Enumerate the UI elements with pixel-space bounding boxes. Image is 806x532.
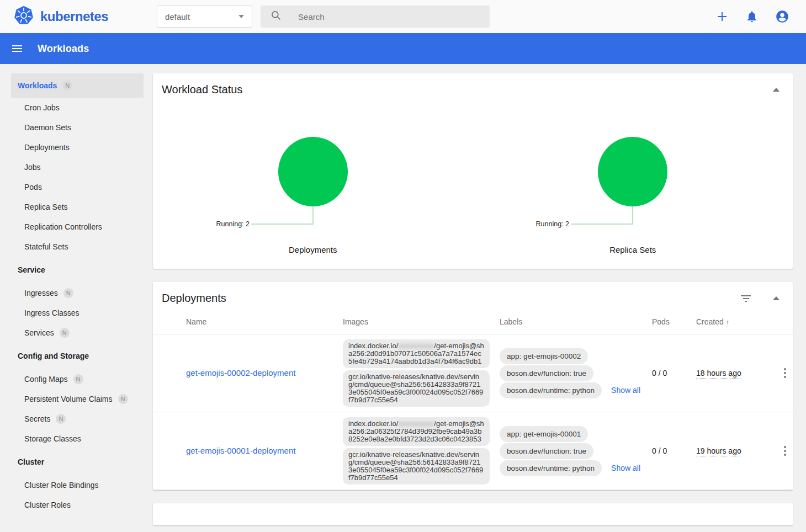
collapse-card-icon[interactable]	[773, 296, 780, 300]
row-menu-kebab-icon[interactable]	[781, 444, 789, 458]
redacted-text: xxxxxxxxxx	[398, 419, 434, 428]
column-header-labels[interactable]: Labels	[500, 317, 652, 326]
sidebar-item-jobs[interactable]: Jobs	[11, 157, 144, 177]
sidebar-item-label: Stateful Sets	[24, 242, 68, 251]
header-actions	[715, 9, 789, 24]
sidebar-item-daemon-sets[interactable]: Daemon Sets	[11, 118, 144, 137]
deployment-name-link[interactable]: get-emojis-00002-deployment	[186, 368, 295, 377]
image-chip: gcr.io/knative-releases/knative.dev/serv…	[343, 370, 490, 407]
sidebar-item-ingress-classes[interactable]: Ingress Classes	[11, 303, 144, 323]
sidebar-section-label: Cluster	[18, 457, 44, 466]
label-chip: app: get-emojis-00001	[500, 426, 588, 442]
filter-icon[interactable]	[741, 295, 751, 302]
image-chip: gcr.io/knative-releases/knative.dev/serv…	[343, 448, 490, 485]
table-row: get-emojis-00001-deployment index.docker…	[153, 412, 793, 490]
sidebar-item-label: Replica Sets	[24, 203, 68, 211]
sidebar-item-label: Jobs	[24, 163, 41, 172]
sidebar-item-replication-controllers[interactable]: Replication Controllers	[11, 217, 144, 237]
image-chip: index.docker.io/xxxxxxxxxx/get-emojis@sh…	[343, 339, 490, 368]
sidebar-item-storage-classes[interactable]: Storage Classes	[11, 429, 144, 449]
pie-slice-running	[598, 137, 667, 206]
sidebar-item-label: Cluster Role Bindings	[24, 481, 99, 490]
redacted-text: xxxxxxxxxx	[398, 342, 434, 350]
sidebar-item-label: Services	[24, 328, 54, 337]
sidebar-section-label: Service	[18, 265, 45, 274]
pods-cell: 0 / 0	[652, 446, 696, 455]
new-badge: N	[60, 328, 70, 338]
sidebar-item-label: Deployments	[24, 143, 70, 152]
deployments-title: Deployments	[162, 292, 226, 305]
new-badge: N	[73, 374, 83, 384]
label-chip: app: get-emojis-00002	[500, 348, 588, 364]
column-header-pods[interactable]: Pods	[652, 317, 696, 326]
sidebar-item-ingresses[interactable]: Ingresses N	[11, 283, 144, 303]
namespace-selected-value: default	[165, 12, 190, 22]
new-badge: N	[63, 288, 73, 298]
create-plus-icon[interactable]	[715, 10, 729, 23]
new-badge: N	[118, 394, 128, 404]
sidebar-item-label: Cron Jobs	[24, 103, 60, 112]
new-badge: N	[62, 81, 72, 91]
user-avatar-icon[interactable]	[775, 9, 789, 24]
page-title: Workloads	[38, 43, 89, 55]
workload-status-card: Workload Status Running: 2 Deployments	[153, 73, 793, 269]
search-input[interactable]	[297, 12, 480, 22]
notifications-bell-icon[interactable]	[745, 10, 759, 23]
sidebar-item-label: Storage Classes	[24, 434, 81, 443]
sidebar-item-cron-jobs[interactable]: Cron Jobs	[11, 98, 144, 118]
sidebar-item-pods[interactable]: Pods	[11, 177, 144, 197]
sidebar-item-cluster-role-bindings[interactable]: Cluster Role Bindings	[11, 475, 144, 495]
sidebar-nav: Workloads N Cron Jobs Daemon Sets Deploy…	[0, 64, 144, 532]
sidebar-item-label: Workloads	[18, 81, 57, 90]
pie-slice-label: Running: 2	[216, 220, 250, 228]
sidebar-item-label: Secrets	[24, 414, 50, 423]
label-chip: boson.dev/runtime: python	[500, 460, 602, 476]
deployment-name-link[interactable]: get-emojis-00001-deployment	[186, 446, 295, 455]
sidebar-section-label: Config and Storage	[18, 352, 89, 360]
label-chip: boson.dev/function: true	[500, 365, 593, 381]
kubernetes-logo[interactable]: kubernetes	[14, 6, 108, 28]
sidebar-item-label: Cluster Roles	[24, 501, 71, 509]
menu-hamburger-icon[interactable]	[12, 44, 22, 54]
sidebar-item-persistent-volume-claims[interactable]: Persistent Volume Claims N	[11, 389, 144, 409]
column-header-images[interactable]: Images	[343, 317, 500, 326]
sort-ascending-icon: ↑	[726, 318, 730, 326]
column-header-created-label: Created	[696, 317, 724, 326]
sidebar-section-config-and-storage: Config and Storage	[11, 343, 144, 369]
pie-callout-line	[571, 206, 633, 224]
sidebar-item-stateful-sets[interactable]: Stateful Sets	[11, 237, 144, 257]
chevron-down-icon	[238, 15, 244, 18]
sidebar-item-deployments[interactable]: Deployments	[11, 137, 144, 157]
label-chip: boson.dev/function: true	[500, 443, 593, 459]
sidebar-section-cluster: Cluster	[11, 449, 144, 475]
pie-slice-label: Running: 2	[536, 220, 570, 228]
column-header-created[interactable]: Created↑	[696, 317, 773, 326]
pods-cell: 0 / 0	[652, 369, 696, 377]
sidebar-item-services[interactable]: Services N	[11, 323, 144, 343]
replica-sets-pie-chart: Running: 2 Replica Sets	[473, 104, 793, 254]
sidebar-item-label: Pods	[24, 183, 42, 191]
search-icon	[271, 10, 297, 23]
deployments-pie-chart: Running: 2 Deployments	[153, 104, 473, 254]
column-header-name[interactable]: Name	[186, 317, 343, 326]
next-card-partial	[153, 503, 793, 525]
label-chip: boson.dev/runtime: python	[500, 382, 602, 398]
images-cell: index.docker.io/xxxxxxxxxx/get-emojis@sh…	[343, 337, 500, 409]
show-all-link[interactable]: Show all	[611, 464, 640, 472]
search-bar[interactable]	[261, 6, 490, 28]
sidebar-item-replica-sets[interactable]: Replica Sets	[11, 197, 144, 217]
sidebar-item-cluster-roles[interactable]: Cluster Roles	[11, 495, 144, 515]
sidebar-item-config-maps[interactable]: Config Maps N	[11, 369, 144, 389]
collapse-card-icon[interactable]	[773, 88, 780, 92]
sidebar-item-secrets[interactable]: Secrets N	[11, 409, 144, 429]
created-cell: 19 hours ago	[696, 446, 773, 456]
sidebar-item-workloads[interactable]: Workloads N	[11, 73, 144, 98]
new-badge: N	[56, 414, 66, 424]
top-header: kubernetes default	[0, 0, 806, 33]
images-cell: index.docker.io/xxxxxxxxxx/get-emojis@sh…	[343, 415, 500, 487]
row-menu-kebab-icon[interactable]	[781, 366, 789, 380]
sidebar-item-label: Ingresses	[24, 289, 58, 297]
namespace-select[interactable]: default	[157, 6, 252, 28]
deployments-table-header: Name Images Labels Pods Created↑	[153, 309, 793, 334]
show-all-link[interactable]: Show all	[611, 386, 640, 395]
